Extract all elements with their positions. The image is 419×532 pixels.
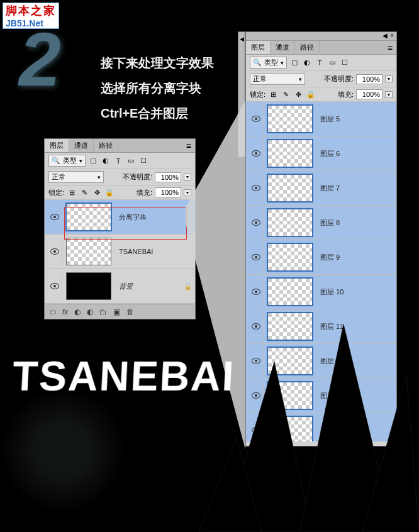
fill-label: 填充: <box>137 188 152 197</box>
panel-close-icon[interactable]: × <box>390 32 394 40</box>
lock-position-icon[interactable]: ✥ <box>92 187 102 197</box>
layer-row[interactable]: 图层 7 <box>246 171 396 206</box>
filter-pixel-icon[interactable]: ▢ <box>88 156 98 166</box>
lock-row: 锁定: ⊞ ✎ ✥ 🔒 填充: 100% ▾ <box>45 186 195 200</box>
layer-thumbnail[interactable] <box>267 105 313 133</box>
visibility-toggle[interactable] <box>249 174 264 202</box>
fill-input[interactable]: 100% <box>155 187 181 197</box>
layer-thumbnail[interactable] <box>66 203 111 231</box>
visibility-toggle[interactable] <box>249 208 264 237</box>
lock-icon: 🔒 <box>184 282 193 291</box>
panel-min-icon[interactable]: ◀ <box>383 32 388 40</box>
layer-row-separated[interactable]: 分离字块 <box>45 200 195 235</box>
filter-adjust-icon[interactable]: ◐ <box>101 156 111 166</box>
filter-pixel-icon[interactable]: ▢ <box>289 58 299 68</box>
type-label: 类型 <box>264 58 278 67</box>
panel-top-bar: ◀ × <box>246 32 396 41</box>
eye-icon <box>50 248 59 255</box>
filter-text-icon[interactable]: T <box>113 156 123 166</box>
search-icon: 🔍 <box>52 157 60 165</box>
opacity-spinner[interactable]: ▾ <box>385 75 393 82</box>
blend-mode-dropdown[interactable]: 正常 ▾ <box>48 171 104 183</box>
filter-shape-icon[interactable]: ▭ <box>126 156 136 166</box>
fill-input[interactable]: 100% <box>356 89 383 99</box>
layer-thumbnail[interactable] <box>267 209 313 236</box>
lock-all-icon[interactable]: 🔒 <box>104 187 115 197</box>
layer-name[interactable]: 图层 8 <box>320 218 340 228</box>
filter-adjust-icon[interactable]: ◐ <box>302 58 312 68</box>
visibility-toggle[interactable] <box>47 237 62 266</box>
panel-collapse-bar[interactable]: ◀ <box>238 31 245 157</box>
visibility-toggle[interactable] <box>249 139 264 168</box>
fx-icon[interactable]: fx <box>62 308 68 316</box>
layer-thumbnail[interactable] <box>66 238 111 265</box>
panel-menu-icon[interactable]: ≡ <box>182 141 195 151</box>
layer-name[interactable]: 图层 6 <box>320 149 340 158</box>
fill-spinner[interactable]: ▾ <box>184 189 191 196</box>
layer-row-background[interactable]: 背景 🔒 <box>45 269 195 304</box>
group-icon[interactable]: 🗀 <box>99 308 107 316</box>
layer-name[interactable]: 分离字块 <box>119 213 147 222</box>
delete-icon[interactable]: 🗑 <box>126 308 134 316</box>
eye-icon <box>50 283 59 289</box>
mask-icon[interactable]: ◐ <box>74 308 81 316</box>
type-filter-row: 🔍 类型 ▾ ▢ ◐ T ▭ ☐ <box>45 153 195 169</box>
lock-position-icon[interactable]: ✥ <box>293 89 303 99</box>
layer-name[interactable]: 图层 5 <box>320 114 340 124</box>
adjustment-icon[interactable]: ◐ <box>87 308 93 316</box>
layer-name[interactable]: 背景 <box>119 282 133 291</box>
fill-spinner[interactable]: ▾ <box>385 91 393 98</box>
filter-shape-icon[interactable]: ▭ <box>327 58 337 68</box>
opacity-input[interactable]: 100% <box>356 74 383 84</box>
layer-row[interactable]: 图层 6 <box>246 136 396 171</box>
black-shard-graphic <box>199 249 419 532</box>
blend-mode-dropdown[interactable]: 正常 ▾ <box>250 73 305 85</box>
filter-text-icon[interactable]: T <box>315 58 325 68</box>
lock-label: 锁定: <box>48 188 64 197</box>
eye-icon <box>50 214 59 220</box>
type-dropdown[interactable]: 🔍 类型 ▾ <box>48 155 86 167</box>
opacity-spinner[interactable]: ▾ <box>184 174 191 180</box>
lock-pixels-icon[interactable]: ⊞ <box>268 89 278 99</box>
lock-row: 锁定: ⊞ ✎ ✥ 🔒 填充: 100% ▾ <box>246 87 396 102</box>
type-dropdown[interactable]: 🔍 类型 ▾ <box>250 57 287 69</box>
layer-name[interactable]: TSANEBAI <box>119 248 153 255</box>
lock-all-icon[interactable]: 🔒 <box>306 89 316 99</box>
panel-menu-icon[interactable]: ≡ <box>384 43 396 53</box>
opacity-input[interactable]: 100% <box>155 172 181 182</box>
chevron-down-icon: ▾ <box>79 158 82 164</box>
tab-layers[interactable]: 图层 <box>246 41 271 54</box>
layer-thumbnail[interactable] <box>267 174 313 202</box>
instruction-line-1: 接下来处理文字效果 <box>101 50 214 75</box>
glass-bubble-deco <box>0 387 126 513</box>
visibility-toggle[interactable] <box>249 104 264 133</box>
tab-paths[interactable]: 路径 <box>94 139 118 152</box>
eye-icon <box>252 219 260 226</box>
tab-paths[interactable]: 路径 <box>295 41 320 54</box>
type-filter-row: 🔍 类型 ▾ ▢ ◐ T ▭ ☐ <box>246 55 396 71</box>
lock-pixels-icon[interactable]: ⊞ <box>67 187 77 197</box>
layer-row[interactable]: 图层 5 <box>246 102 396 136</box>
blend-mode-value: 正常 <box>52 172 65 182</box>
tab-layers[interactable]: 图层 <box>45 139 69 152</box>
new-layer-icon[interactable]: ▣ <box>113 308 120 316</box>
tab-channels[interactable]: 通道 <box>69 139 94 152</box>
collapse-icon: ◀ <box>240 36 244 42</box>
visibility-toggle[interactable] <box>47 202 62 231</box>
filter-smart-icon[interactable]: ☐ <box>340 58 350 68</box>
layer-thumbnail[interactable] <box>267 140 313 167</box>
lock-label: 锁定: <box>250 90 265 99</box>
layer-row-tsanebai[interactable]: TSANEBAI <box>45 235 195 269</box>
lock-brush-icon[interactable]: ✎ <box>281 89 291 99</box>
layer-name[interactable]: 图层 7 <box>320 184 340 193</box>
visibility-toggle[interactable] <box>47 272 62 301</box>
layer-row[interactable]: 图层 8 <box>246 206 396 240</box>
layer-thumbnail[interactable] <box>66 272 111 300</box>
tab-channels[interactable]: 通道 <box>271 41 295 54</box>
layers-list-small[interactable]: 分离字块 TSANEBAI 背景 🔒 <box>45 200 195 304</box>
link-layers-icon[interactable]: ⬭ <box>50 308 56 316</box>
eye-icon <box>252 185 260 191</box>
blend-row: 正常 ▾ 不透明度: 100% ▾ <box>45 169 195 186</box>
lock-brush-icon[interactable]: ✎ <box>79 187 89 197</box>
filter-smart-icon[interactable]: ☐ <box>138 156 148 166</box>
